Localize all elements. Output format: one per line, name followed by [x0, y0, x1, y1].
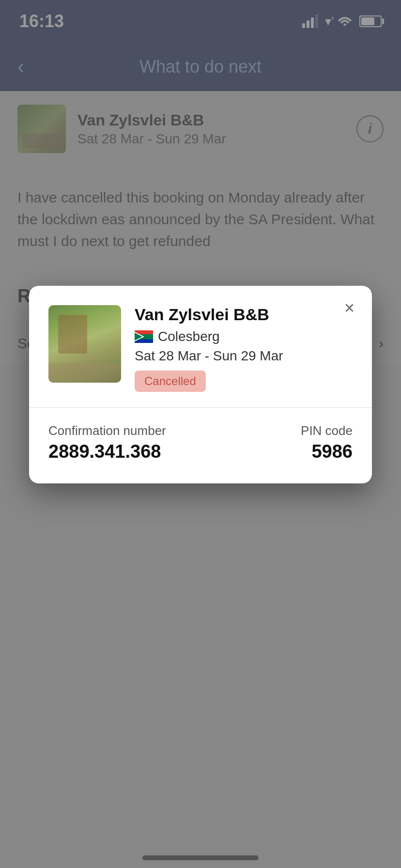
confirmation-block: Confirmation number 2889.341.368 [48, 423, 166, 462]
close-button[interactable]: × [344, 299, 355, 317]
status-badge: Cancelled [135, 371, 206, 392]
modal-dates: Sat 28 Mar - Sun 29 Mar [135, 348, 353, 364]
confirmation-label: Confirmation number [48, 423, 166, 438]
pin-block: PIN code 5986 [301, 423, 353, 462]
sa-flag-icon [135, 330, 153, 343]
modal-thumb-image [48, 305, 121, 383]
modal-divider [29, 407, 372, 408]
modal-codes: Confirmation number 2889.341.368 PIN cod… [48, 423, 353, 462]
modal-header: Van Zylsvlei B&B Colesberg Sat 28 Mar - … [48, 305, 353, 392]
booking-modal: × Van Zylsvlei B&B Colesberg Sat 28 [29, 286, 372, 483]
modal-location: Colesberg [135, 329, 353, 344]
modal-thumbnail [48, 305, 121, 383]
modal-city: Colesberg [158, 329, 220, 344]
modal-info: Van Zylsvlei B&B Colesberg Sat 28 Mar - … [135, 305, 353, 392]
modal-property-name: Van Zylsvlei B&B [135, 305, 353, 324]
pin-label: PIN code [301, 423, 353, 438]
confirmation-number: 2889.341.368 [48, 441, 166, 462]
pin-code: 5986 [301, 441, 353, 462]
